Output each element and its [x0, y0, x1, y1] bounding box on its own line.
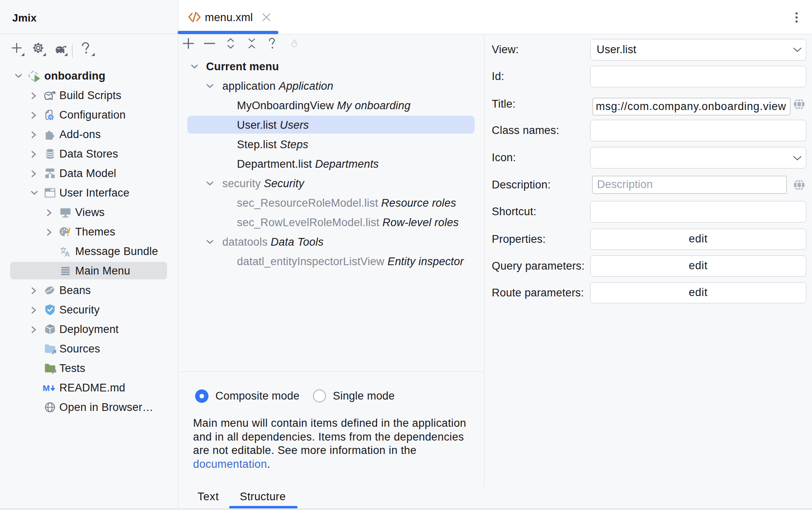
- svg-text:M: M: [43, 383, 50, 393]
- svg-text:A: A: [65, 250, 70, 258]
